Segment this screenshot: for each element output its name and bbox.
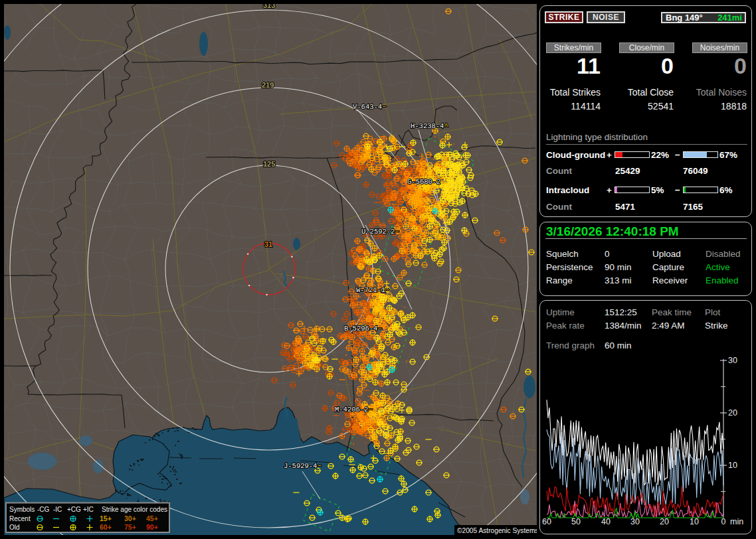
svg-text:Symbols: Symbols [9, 506, 35, 513]
svg-text:50: 50 [571, 517, 581, 526]
svg-text:90+: 90+ [146, 523, 158, 531]
svg-text:30+: 30+ [124, 514, 136, 522]
svg-text:219: 219 [262, 81, 274, 89]
svg-text:-CG: -CG [37, 506, 50, 513]
svg-text:min: min [730, 517, 743, 526]
svg-text:M-4206-2−: M-4206-2− [335, 406, 373, 414]
svg-text:V-643-4−: V-643-4− [353, 103, 386, 111]
svg-text:0: 0 [721, 517, 726, 526]
svg-text:40: 40 [601, 517, 611, 526]
svg-text:75+: 75+ [124, 523, 136, 531]
svg-text:60+: 60+ [100, 523, 112, 531]
svg-text:20: 20 [728, 408, 737, 418]
svg-text:-IC: -IC [53, 506, 62, 513]
svg-text:G-5680-2: G-5680-2 [407, 178, 440, 186]
svg-text:60: 60 [542, 517, 551, 526]
svg-text:125: 125 [263, 160, 275, 168]
svg-text:313: 313 [263, 1, 275, 9]
svg-text:45+: 45+ [146, 514, 158, 522]
svg-text:+IC: +IC [83, 506, 94, 513]
svg-text:15+: 15+ [100, 514, 112, 522]
svg-text:Strike age color codes: Strike age color codes [102, 506, 167, 513]
svg-text:20: 20 [660, 517, 669, 526]
svg-text:+CG: +CG [67, 506, 81, 513]
svg-text:B-5296-4−: B-5296-4− [344, 325, 382, 333]
svg-text:W-721-1−: W-721-1− [356, 286, 389, 294]
svg-text:10: 10 [690, 517, 699, 526]
svg-text:Recent: Recent [9, 515, 31, 522]
svg-text:10: 10 [728, 461, 737, 470]
svg-text:H-3238-4^: H-3238-4^ [411, 122, 448, 130]
svg-text:Old: Old [9, 524, 20, 531]
svg-text:U-2592-2−: U-2592-2− [361, 228, 399, 236]
svg-text:31: 31 [264, 240, 272, 248]
svg-text:J-5929-4−: J-5929-4− [284, 462, 322, 470]
svg-text:©2005 Astrogenic Systems: ©2005 Astrogenic Systems [457, 527, 538, 534]
svg-text:30: 30 [630, 517, 640, 526]
svg-text:30: 30 [728, 356, 737, 365]
